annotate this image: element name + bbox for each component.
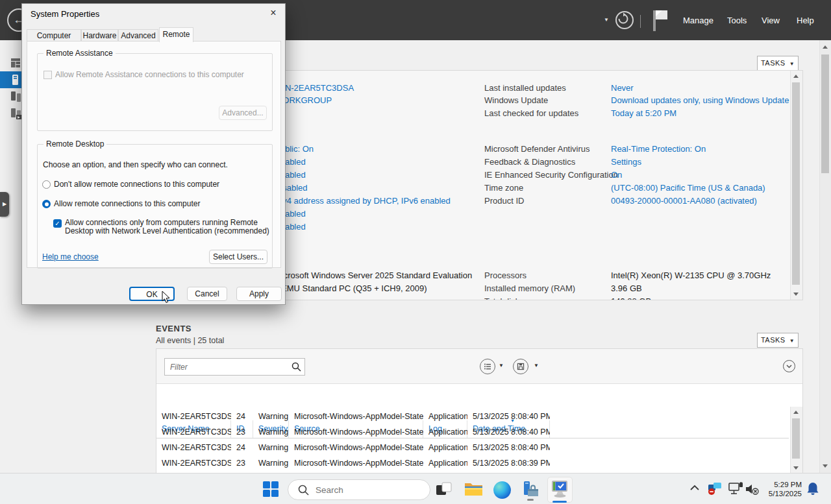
prop-value[interactable]: (UTC-08:00) Pacific Time (US & Canada) xyxy=(611,183,765,193)
all-servers-icon xyxy=(11,91,21,102)
remote-desktop-legend: Remote Desktop xyxy=(43,139,106,149)
allow-remote-radio[interactable] xyxy=(42,200,51,208)
filter-input[interactable] xyxy=(169,360,288,374)
apply-button[interactable]: Apply xyxy=(236,287,282,301)
scrollbar-thumb[interactable] xyxy=(792,418,800,459)
edge-browser-button[interactable] xyxy=(493,481,511,499)
scrollbar-thumb[interactable] xyxy=(792,82,800,285)
start-button[interactable] xyxy=(262,481,279,498)
notifications-bell-icon[interactable] xyxy=(806,481,819,497)
volume-muted-icon[interactable] xyxy=(745,483,760,495)
prop-label: Processors xyxy=(484,270,527,280)
search-icon[interactable] xyxy=(291,362,301,372)
tab-advanced[interactable]: Advanced xyxy=(118,29,158,42)
file-explorer-button[interactable] xyxy=(464,481,484,500)
prop-value[interactable]: Download updates only, using Windows Upd… xyxy=(611,95,789,105)
help-me-choose-link[interactable]: Help me choose xyxy=(42,252,99,261)
table-row[interactable]: WIN-2EAR5TC3DSA23Warning Microsoft-Windo… xyxy=(156,455,789,471)
nla-label-line1: Allow connections only from computers ru… xyxy=(65,218,258,227)
save-caret-icon[interactable]: ▼ xyxy=(534,363,539,368)
network-status-icon[interactable] xyxy=(707,481,723,497)
events-tasks-label: TASKS xyxy=(761,336,786,344)
tasks-caret-icon: ▼ xyxy=(789,338,795,344)
hidden-icons-chevron[interactable] xyxy=(689,484,700,492)
prop-value-clipped: 149.88 GB xyxy=(611,296,651,300)
filter-criteria-icon[interactable] xyxy=(480,359,495,374)
prop-value[interactable]: Real-Time Protection: On xyxy=(611,144,706,154)
nla-label-line2: Desktop with Network Level Authenticatio… xyxy=(65,226,269,235)
prop-value[interactable]: Never xyxy=(611,83,634,93)
nla-checkbox[interactable]: ✓ xyxy=(53,219,62,228)
filter-caret-icon[interactable]: ▼ xyxy=(499,363,504,368)
menu-help[interactable]: Help xyxy=(797,16,814,25)
scrollbar-thumb[interactable] xyxy=(821,54,829,173)
save-query-icon[interactable] xyxy=(513,359,528,374)
scroll-down-icon[interactable] xyxy=(793,293,799,296)
prop-value[interactable]: On xyxy=(611,170,622,180)
cancel-button[interactable]: Cancel xyxy=(187,287,227,301)
task-view-button[interactable] xyxy=(436,482,455,501)
remote-desktop-instruction: Choose an option, and then specify who c… xyxy=(43,160,228,169)
allow-remote-label: Allow remote connections to this compute… xyxy=(54,199,200,208)
properties-scrollbar[interactable] xyxy=(790,71,802,300)
tray-clock[interactable]: 5:29 PM 5/13/2025 xyxy=(769,480,802,498)
properties-tasks-button[interactable]: TASKS▼ xyxy=(757,56,799,71)
tab-hardware[interactable]: Hardware xyxy=(81,29,118,42)
scroll-down-icon[interactable] xyxy=(823,464,828,468)
prop-computer-name[interactable]: WIN-2EAR5TC3DSA xyxy=(275,83,354,93)
refresh-icon[interactable] xyxy=(615,11,634,29)
prop-value[interactable]: 00493-20000-00001-AA080 (activated) xyxy=(611,196,757,206)
prop-os-version: Microsoft Windows Server 2025 Standard E… xyxy=(275,270,472,280)
taskbar-search[interactable] xyxy=(288,479,430,500)
scroll-up-icon[interactable] xyxy=(793,411,799,414)
deny-remote-radio[interactable] xyxy=(42,180,51,189)
collapse-panel-icon[interactable] xyxy=(783,360,795,372)
remote-assistance-checkbox-label: Allow Remote Assistance connections to t… xyxy=(55,70,244,79)
events-subtitle: All events | 25 total xyxy=(156,336,224,345)
mouse-cursor xyxy=(162,291,173,304)
main-scrollbar[interactable] xyxy=(819,40,831,473)
prop-value[interactable]: Settings xyxy=(611,157,641,167)
list-glyph xyxy=(480,359,495,374)
prop-ethernet[interactable]: IPv4 address assigned by DHCP, IPv6 enab… xyxy=(275,196,451,206)
prop-label: Last installed updates xyxy=(484,83,566,93)
scroll-up-icon[interactable] xyxy=(793,75,799,78)
prop-hardware-info: QEMU Standard PC (Q35 + ICH9, 2009) xyxy=(275,283,427,293)
tab-remote[interactable]: Remote xyxy=(159,27,193,42)
advanced-button[interactable]: Advanced... xyxy=(219,106,267,120)
table-row[interactable]: WIN-2EAR5TC3DSA24Warning Microsoft-Windo… xyxy=(156,409,789,424)
active-app-tile[interactable] xyxy=(547,477,573,503)
menu-tools[interactable]: Tools xyxy=(727,16,747,25)
table-row[interactable]: WIN-2EAR5TC3DSA23Warning Microsoft-Windo… xyxy=(156,424,789,440)
prop-label: Installed memory (RAM) xyxy=(484,283,575,293)
server-manager-button[interactable] xyxy=(521,481,541,500)
prop-label: IE Enhanced Security Configuration xyxy=(484,170,618,180)
tab-computer-name[interactable]: Computer Name xyxy=(27,29,81,42)
sidebar-flyout-handle[interactable]: ▶ xyxy=(0,192,9,217)
events-filter-field[interactable] xyxy=(164,358,305,376)
scroll-down-icon[interactable] xyxy=(793,466,799,470)
remote-assistance-checkbox[interactable] xyxy=(43,71,52,79)
prop-value[interactable]: Today at 5:20 PM xyxy=(611,108,676,118)
scroll-up-icon[interactable] xyxy=(823,45,828,49)
events-panel: ▼ ▼ Server Name ID Severity Source Log D… xyxy=(156,348,803,474)
table-row[interactable]: WIN-2EAR5TC3DSA24Warning Microsoft-Windo… xyxy=(156,440,789,455)
search-input[interactable] xyxy=(314,483,421,497)
prop-label-clipped: Total disk space xyxy=(484,296,545,300)
address-dropdown-icon[interactable]: ▼ xyxy=(604,17,609,23)
prop-label: Last checked for updates xyxy=(484,108,578,118)
close-icon[interactable]: × xyxy=(267,6,280,19)
menu-manage[interactable]: Manage xyxy=(683,16,713,25)
dashboard-icon xyxy=(11,58,20,67)
windows-logo-icon xyxy=(262,481,279,498)
select-users-button[interactable]: Select Users... xyxy=(209,250,267,264)
deny-remote-label: Don't allow remote connections to this c… xyxy=(54,180,219,189)
events-scrollbar[interactable] xyxy=(790,407,802,474)
display-connection-icon[interactable] xyxy=(728,482,744,496)
events-tasks-button[interactable]: TASKS▼ xyxy=(757,333,799,348)
server-manager-icon xyxy=(521,481,540,498)
menu-view[interactable]: View xyxy=(762,16,780,25)
prop-label: Microsoft Defender Antivirus xyxy=(484,144,590,154)
prop-label: Product ID xyxy=(484,196,524,206)
notifications-flag-icon[interactable] xyxy=(652,9,669,31)
